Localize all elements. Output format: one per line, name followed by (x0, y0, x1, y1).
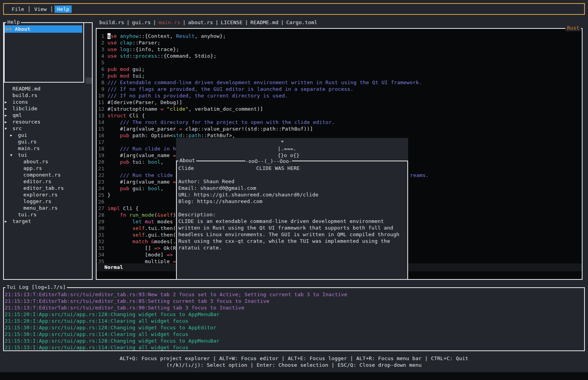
explorer-item-label: target (12, 218, 31, 224)
line-number: 20 (97, 159, 104, 165)
code-line-8[interactable]: 8/// Extendable command-line driven deve… (97, 79, 582, 86)
dropdown-option-label: About (15, 26, 30, 32)
menu-item-help[interactable]: Help (55, 5, 72, 13)
code-text: use anyhow::{Context, Result, anyhow}; (107, 33, 226, 39)
explorer-item-about.rs[interactable]: about.rs (4, 158, 92, 165)
log-entry: 21:15:30:I:App:src/tui/app.rs:114:Cleari… (5, 331, 188, 338)
menu-bar: File│View│Help (3, 3, 585, 15)
tab-about.rs[interactable]: about.rs (188, 19, 213, 25)
code-line-11[interactable]: 11#[derive(Parser, Debug)] (97, 99, 582, 106)
code-line-15[interactable]: 15 #[arg(value_parser = clap::value_pars… (97, 125, 582, 132)
code-text: /// If no flags are provided, the GUI ed… (107, 86, 354, 92)
language-badge: Rust (565, 25, 581, 31)
line-number: 14 (97, 119, 104, 125)
about-popup-row: Clide CLIDE WAS HERE (178, 165, 300, 171)
code-line-10[interactable]: 10/// If no path is provided, the curren… (97, 92, 582, 99)
explorer-item-gui[interactable]: ▶gui (4, 132, 92, 138)
tab-README.md[interactable]: README.md (250, 19, 278, 25)
explorer-item-target[interactable]: ▶target (4, 218, 92, 224)
about-popup: About -ooO--(_)--Ooo- Clide CLIDE WAS HE… (176, 161, 408, 280)
code-text: let mut modes (107, 218, 173, 225)
help-dropdown-title: Help (6, 19, 21, 25)
explorer-item-label: menu_bar.rs (23, 205, 58, 211)
code-line-6[interactable]: 6pub mod gui; (97, 66, 582, 72)
explorer-item-tui.rs[interactable]: tui.rs (4, 211, 92, 218)
code-text: pub tui: bool, (107, 159, 164, 165)
tab-gui.rs[interactable]: gui.rs (132, 19, 151, 25)
explorer-item-label: libclide (12, 106, 37, 111)
explorer-item-label: explorer.rs (23, 192, 58, 198)
menu-separator: │ (28, 6, 31, 12)
dropdown-option-about[interactable]: >> About (5, 25, 82, 33)
explorer-item-build.rs[interactable]: build.rs (4, 92, 92, 99)
code-line-14[interactable]: 14 /// The root directory for the projec… (97, 119, 582, 125)
tui-log-panel[interactable]: Tui Log [log=1.7/s] 21:15:13:T:EditorTab… (3, 287, 585, 351)
code-line-4[interactable]: 4use std::process::{Command, Stdio}; (97, 53, 582, 59)
explorer-item-libclide[interactable]: ▶libclide (4, 105, 92, 112)
folder-collapsed-icon: ▶ (10, 132, 12, 139)
explorer-item-README.md[interactable]: README.md (4, 85, 92, 92)
explorer-item-label: tui (18, 152, 27, 158)
explorer-item-explorer.rs[interactable]: explorer.rs (4, 191, 92, 198)
explorer-item-main.rs[interactable]: main.rs (4, 145, 92, 152)
about-popup-row: Blog: https://shaunreed.com (178, 198, 262, 205)
code-line-2[interactable]: 2use clap::Parser; (97, 39, 582, 46)
explorer-scrollbar-thumb[interactable] (86, 78, 92, 84)
explorer-item-gui.rs[interactable]: gui.rs (4, 138, 92, 145)
line-number: 3 (97, 46, 104, 53)
menu-item-view[interactable]: View (32, 5, 49, 13)
code-text: #[arg(value_parser = clap::value_parser!… (107, 125, 313, 132)
about-popup-title: About (178, 157, 196, 164)
editor-tab-bar: build.rs|gui.rs|main.rs|about.rs|LICENSE… (99, 19, 317, 26)
code-text: self.tui.then( (107, 225, 176, 232)
code-line-22-tail: reams. (410, 172, 429, 179)
explorer-item-component.rs[interactable]: component.rs (4, 171, 92, 178)
tab-build.rs[interactable]: build.rs (99, 19, 124, 25)
tab-LICENSE[interactable]: LICENSE (221, 19, 243, 25)
explorer-item-qml[interactable]: ▶qml (4, 112, 92, 118)
explorer-item-logger.rs[interactable]: logger.rs (4, 198, 92, 205)
tab-separator: | (127, 19, 130, 25)
keybind-help-line-2: (↑/k)/(↓/j): Select option | Enter: Choo… (0, 362, 588, 368)
line-number: 24 (97, 185, 104, 192)
explorer-item-menu_bar.rs[interactable]: menu_bar.rs (4, 205, 92, 211)
line-number: 19 (97, 152, 104, 159)
explorer-item-icons[interactable]: ▶icons (4, 99, 92, 105)
code-text: use log::{info, trace}; (107, 46, 179, 53)
code-line-7[interactable]: 7pub mod tui; (97, 72, 582, 79)
explorer-item-label: app.rs (23, 165, 42, 171)
tab-Cargo.toml[interactable]: Cargo.toml (286, 19, 317, 25)
tab-separator: | (153, 19, 156, 25)
explorer-item-src[interactable]: ▼src (4, 125, 92, 132)
tab-separator: | (281, 19, 284, 25)
vim-mode-indicator: Normal (104, 264, 123, 270)
explorer-item-editor.rs[interactable]: editor.rs (4, 178, 92, 185)
line-number: 34 (97, 251, 104, 258)
code-text: #[arg(value_name = (107, 152, 176, 159)
tab-main.rs[interactable]: main.rs (158, 19, 180, 25)
code-line-13[interactable]: 13struct Cli { (97, 112, 582, 119)
folder-collapsed-icon: ▶ (5, 106, 7, 112)
explorer-item-label: build.rs (12, 92, 37, 98)
line-number: 33 (97, 245, 104, 251)
folder-collapsed-icon: ▶ (5, 218, 7, 225)
explorer-item-editor_tab.rs[interactable]: editor_tab.rs (4, 185, 92, 191)
line-number: 7 (97, 72, 104, 79)
explorer-item-app.rs[interactable]: app.rs (4, 165, 92, 171)
line-number: 9 (97, 86, 104, 92)
code-line-3[interactable]: 3use log::{info, trace}; (97, 46, 582, 53)
code-line-12[interactable]: 12#[structopt(name = "clide", verbatim_d… (97, 106, 582, 112)
line-number: 22 (97, 172, 104, 179)
code-line-5[interactable]: 5 (97, 59, 582, 66)
explorer-item-label: qml (12, 112, 22, 118)
explorer-item-tui[interactable]: ▼tui (4, 152, 92, 158)
code-line-1[interactable]: 1use anyhow::{Context, Result, anyhow}; (97, 33, 582, 39)
line-number: 32 (97, 238, 104, 245)
explorer-item-resources[interactable]: ▶resources (4, 118, 92, 125)
menu-item-file[interactable]: File (9, 5, 26, 13)
about-popup-row: written in Rust using the Qt UI framewor… (178, 224, 393, 231)
code-line-9[interactable]: 9/// If no flags are provided, the GUI e… (97, 86, 582, 92)
code-text: /// The root directory for the project t… (107, 119, 335, 125)
log-entry: 21:15:13:T:EditorTab:src/tui/editor_tab.… (5, 298, 269, 304)
about-popup-row: URL: https://git.shaunreed.com/shaunrd0/… (178, 191, 319, 198)
